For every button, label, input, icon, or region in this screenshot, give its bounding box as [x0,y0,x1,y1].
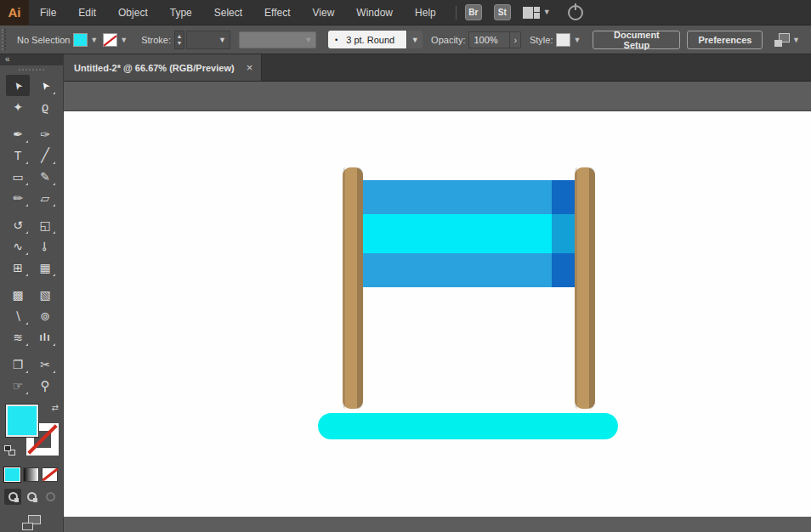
brush-definition-combo[interactable]: • 3 pt. Round ▼ [328,31,423,48]
stroke-width-combo[interactable]: ▼ [186,31,230,49]
stroke-color-swatch[interactable] [103,33,117,47]
fill-stroke-indicator: ⇄ [4,403,59,459]
puppet-warp-tool[interactable]: ⊸ [33,235,57,257]
fill-chevron-icon[interactable]: ▼ [90,36,98,44]
pen-tool[interactable]: ✒ [6,123,30,144]
draw-normal-button[interactable] [4,489,21,505]
style-chevron-icon[interactable]: ▼ [573,36,581,44]
lasso-tool[interactable]: ϱ [33,96,57,117]
rotate-tool[interactable]: ↺ [6,214,30,235]
slice-tool[interactable]: ✂ [33,354,57,375]
artboard[interactable] [64,110,811,517]
eraser-tool[interactable]: ▱ [33,187,57,208]
opacity-input[interactable]: 100% [468,31,510,48]
left-post-shape[interactable] [343,167,363,409]
gradient-button[interactable] [23,467,39,482]
menu-window[interactable]: Window [345,0,404,25]
paintbrush-tool[interactable]: ✎ [33,166,57,187]
menu-type[interactable]: Type [159,0,203,25]
curvature-tool[interactable]: ✑ [33,123,57,144]
opacity-arrow-icon[interactable]: › [510,31,520,48]
swap-fill-stroke-icon[interactable]: ⇄ [52,403,59,412]
blend-tool[interactable]: ⊚ [33,305,57,326]
shaper-tool[interactable]: ✏ [6,187,30,208]
selection-tool-icon: ➤ [11,79,25,92]
document-setup-button[interactable]: Document Setup [593,31,680,49]
banner-shape[interactable] [360,180,576,287]
illustrator-window: Ai File Edit Object Type Select Effect V… [0,0,811,532]
rotate-icon: ↺ [13,219,23,231]
color-button[interactable] [4,467,20,482]
perspective-grid-tool[interactable]: ▦ [33,257,57,278]
mesh-tool[interactable]: ▩ [6,284,30,305]
toolbox-collapse-icon[interactable]: « [0,54,63,65]
menu-help[interactable]: Help [404,0,447,25]
bridge-icon[interactable]: Br [465,4,482,20]
artboard-tool[interactable]: ❐ [6,354,30,375]
stroke-width-chevron-icon[interactable]: ▼ [218,36,226,44]
none-button[interactable] [42,467,58,482]
symbol-sprayer-tool[interactable]: ≋ [6,326,30,348]
draw-behind-button[interactable] [23,489,40,505]
toolbox-grip[interactable] [0,65,63,73]
fill-indicator[interactable] [6,405,38,437]
line-segment-tool[interactable]: ╱ [33,144,57,166]
color-mode-buttons [4,467,59,482]
artboard-icon: ❐ [13,359,24,371]
rectangle-tool[interactable]: ▭ [6,166,30,187]
menu-effect[interactable]: Effect [253,0,301,25]
app-logo[interactable]: Ai [0,0,29,25]
eyedropper-tool[interactable]: ∖ [6,305,30,326]
change-screen-mode-icon[interactable] [22,515,41,530]
magic-wand-tool[interactable]: ✦ [6,96,30,117]
type-tool[interactable]: T [6,144,30,166]
control-bar: No Selection ▼ ▼ Stroke: ▲ ▼ ▼ ▼ • 3 pt.… [0,25,811,54]
banner-stripe-bottom[interactable] [360,253,576,287]
fill-color-swatch[interactable] [73,33,88,47]
style-swatch[interactable] [556,33,570,47]
default-fill-stroke-icon[interactable] [4,445,15,456]
document-tab-bar: Untitled-2* @ 66.67% (RGB/Preview) × [64,54,811,82]
blend-icon: ⊚ [40,310,50,322]
panel-grip[interactable] [2,29,6,50]
workspace-switcher-icon[interactable]: ▼ [523,7,551,19]
gradient-tool[interactable]: ▧ [33,284,57,305]
menu-select[interactable]: Select [203,0,253,25]
scale-tool[interactable]: ◱ [33,214,57,235]
stroke-chevron-icon[interactable]: ▼ [120,36,128,44]
menu-view[interactable]: View [302,0,346,25]
curvature-icon: ✑ [40,128,50,140]
arrange-chevron-icon[interactable]: ▼ [792,36,800,44]
brush-chevron-icon[interactable]: ▼ [406,31,423,48]
banner-stripe-middle[interactable] [360,214,576,253]
base-shape[interactable] [318,413,618,439]
stroke-width-stepper[interactable]: ▲ ▼ [174,31,184,49]
hand-tool[interactable]: ☞ [6,375,30,396]
menu-object[interactable]: Object [107,0,159,25]
menu-file[interactable]: File [29,0,67,25]
gpu-performance-icon[interactable] [568,5,583,20]
selection-tool[interactable]: ➤ [6,75,30,96]
right-post-shape[interactable] [575,167,595,409]
variable-width-profile-combo[interactable]: ▼ [239,31,316,48]
stepper-up-icon[interactable]: ▲ [176,33,182,40]
document-tab[interactable]: Untitled-2* @ 66.67% (RGB/Preview) × [64,54,262,81]
arrange-documents-icon[interactable] [774,33,790,47]
banner-stripe-top[interactable] [360,180,576,214]
shape-builder-icon: ⊞ [13,262,23,274]
canvas-pasteboard[interactable] [64,82,811,532]
close-icon[interactable]: × [247,61,253,74]
preferences-button[interactable]: Preferences [687,31,763,49]
direct-selection-tool[interactable]: ➤ [33,75,57,96]
symbol-sprayer-icon: ≋ [13,331,23,343]
width-tool[interactable]: ∿ [6,235,30,257]
stock-icon[interactable]: St [494,4,511,20]
stepper-down-icon[interactable]: ▼ [176,40,182,47]
zoom-tool[interactable]: ⚲ [33,375,57,396]
shape-builder-tool[interactable]: ⊞ [6,257,30,278]
menu-edit[interactable]: Edit [67,0,107,25]
selection-status: No Selection [17,35,70,45]
draw-inside-button[interactable] [42,489,59,505]
brush-field[interactable]: • 3 pt. Round [328,31,406,48]
column-graph-tool[interactable]: ılı [33,326,57,348]
